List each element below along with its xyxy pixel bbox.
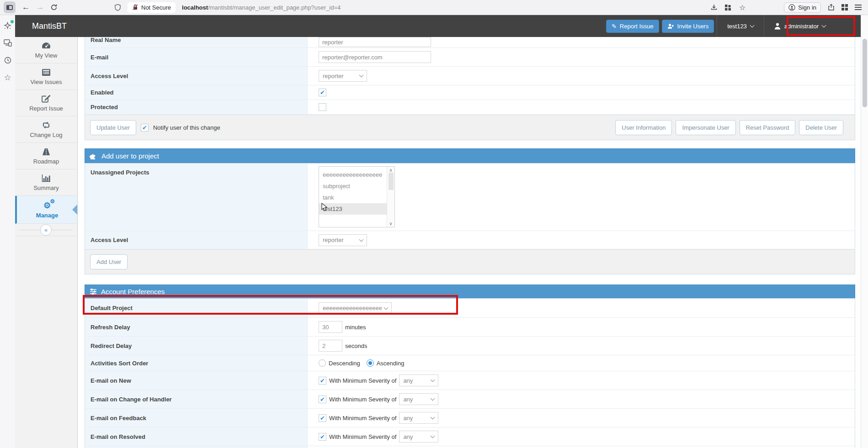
severity-value: any: [403, 377, 413, 384]
synced-tabs-icon[interactable]: [4, 39, 12, 47]
sliders-icon: [90, 288, 97, 295]
reload-button[interactable]: [50, 4, 58, 11]
protected-row: Protected: [85, 100, 855, 115]
delete-user-button[interactable]: Delete User: [799, 120, 843, 135]
add-user-to-project-header: Add user to project: [85, 148, 855, 163]
refresh-delay-unit: minutes: [345, 324, 366, 331]
sidebar-toggle-icon: [6, 5, 13, 10]
site-security-badge[interactable]: Not Secure: [128, 2, 176, 13]
user-information-button[interactable]: User Information: [615, 120, 672, 135]
forward-button[interactable]: →: [36, 3, 44, 12]
back-button[interactable]: ←: [22, 3, 30, 12]
project-access-level-select[interactable]: reporter: [319, 234, 367, 246]
url-bar[interactable]: localhost/mantisbt/manage_user_edit_page…: [182, 4, 341, 11]
default-project-row: Default Project eeeeeeeeeeeeeeeeeee: [85, 299, 855, 318]
sidebar-item-change-log[interactable]: Change Log: [15, 116, 77, 143]
redirect-delay-row: Redirect Delay seconds: [85, 337, 855, 355]
severity-select[interactable]: any: [399, 393, 438, 405]
redirect-delay-unit: seconds: [345, 343, 367, 349]
page-scrollbar-thumb[interactable]: [863, 39, 867, 107]
project-option[interactable]: tank: [319, 192, 387, 203]
add-user-to-project-section: Add user to project Unassigned Projects …: [85, 148, 855, 274]
history-clock-icon[interactable]: [4, 56, 12, 64]
email-on-resolved-row: E-mail on Resolved With Minimum Severity…: [85, 427, 855, 446]
pencil-square-icon: ✎: [612, 23, 617, 30]
account-preferences-title: Account Preferences: [101, 288, 165, 295]
ai-chat-icon[interactable]: [4, 21, 12, 30]
account-preferences-header: Account Preferences: [85, 285, 855, 298]
downloads-icon[interactable]: [710, 4, 718, 11]
extensions-icon[interactable]: [724, 4, 731, 11]
ascending-radio[interactable]: [367, 359, 374, 367]
severity-select[interactable]: any: [399, 374, 438, 386]
default-project-label: Default Project: [85, 299, 308, 317]
protected-checkbox[interactable]: [319, 103, 326, 111]
severity-select[interactable]: any: [399, 412, 438, 424]
descending-radio[interactable]: [319, 359, 326, 367]
permissions-shield-icon[interactable]: [114, 4, 121, 11]
real-name-input[interactable]: [319, 37, 431, 47]
user-plus-icon: [667, 23, 674, 29]
sidebar-item-roadmap[interactable]: Roadmap: [15, 143, 77, 169]
sidebar-item-manage[interactable]: ⚙⚙ Manage: [15, 196, 77, 224]
notify-user-checkbox[interactable]: [141, 124, 149, 132]
bookmarks-star-icon[interactable]: ☆: [4, 74, 12, 82]
report-issue-label: Report Issue: [620, 23, 654, 30]
redirect-delay-label: Redirect Delay: [85, 337, 308, 355]
page-scrollbar[interactable]: [861, 15, 868, 448]
email-on-new-checkbox[interactable]: [319, 377, 326, 385]
add-user-button[interactable]: Add User: [90, 254, 128, 269]
default-project-select[interactable]: eeeeeeeeeeeeeeeeeee: [319, 302, 392, 314]
enabled-label: Enabled: [85, 85, 308, 100]
url-path: /mantisbt/manage_user_edit_page.php?user…: [208, 4, 341, 11]
email-input[interactable]: [319, 51, 431, 63]
scroll-up-icon[interactable]: ∧: [389, 168, 392, 173]
main-content: Real Name E-mail Access Level reporter: [78, 37, 861, 448]
brand-logo[interactable]: MantisBT: [32, 21, 67, 31]
redirect-delay-input[interactable]: [319, 340, 342, 352]
descending-label: Descending: [329, 360, 360, 367]
menu-hamburger-icon[interactable]: [855, 5, 862, 10]
invite-users-button[interactable]: Invite Users: [662, 20, 714, 33]
scrollbar-thumb[interactable]: [389, 173, 394, 190]
unassigned-projects-listbox[interactable]: eeeeeeeeeeeeeeeeee subproject tank test1…: [319, 166, 395, 227]
enabled-checkbox[interactable]: [319, 89, 326, 96]
sidebar-label: Summary: [33, 184, 59, 191]
mantisbt-app: MantisBT ✎ Report Issue Invite Users tes…: [15, 15, 861, 448]
severity-label: With Minimum Severity of: [329, 396, 396, 403]
sidebar-item-view-issues[interactable]: View Issues: [15, 63, 77, 90]
project-selector[interactable]: test123: [717, 15, 764, 37]
refresh-delay-input[interactable]: [319, 321, 342, 333]
project-option[interactable]: eeeeeeeeeeeeeeeeee: [319, 169, 387, 180]
bookmark-star-icon[interactable]: ☆: [738, 3, 746, 11]
sidebar-item-summary[interactable]: Summary: [15, 169, 77, 196]
unassigned-projects-label: Unassigned Projects: [85, 163, 308, 231]
email-on-resolved-checkbox[interactable]: [319, 433, 326, 441]
refresh-delay-row: Refresh Delay minutes: [85, 318, 855, 337]
reset-password-button[interactable]: Reset Password: [740, 120, 796, 135]
browser-sign-in-button[interactable]: Sign in: [784, 2, 821, 13]
sidebar-collapse-button[interactable]: «: [40, 224, 52, 236]
severity-select[interactable]: any: [399, 431, 438, 443]
listbox-scrollbar[interactable]: ∧ ∨: [387, 167, 394, 227]
access-level-select[interactable]: reporter: [319, 70, 367, 82]
email-on-change-handler-checkbox[interactable]: [319, 395, 326, 403]
bar-chart-icon: [42, 174, 51, 183]
project-option-hovered[interactable]: test123: [319, 203, 387, 215]
user-menu[interactable]: administrator: [764, 15, 836, 37]
chevron-down-icon: [431, 396, 435, 401]
impersonate-user-button[interactable]: Impersonate User: [676, 120, 735, 135]
project-option[interactable]: subproject: [319, 180, 387, 192]
email-on-feedback-checkbox[interactable]: [319, 414, 326, 422]
email-on-feedback-label: E-mail on Feedback: [85, 409, 308, 427]
sidebar-item-report-issue[interactable]: Report Issue: [15, 90, 77, 116]
share-icon[interactable]: [828, 4, 835, 11]
browser-sidebar-toggle[interactable]: [4, 1, 16, 13]
report-issue-button[interactable]: ✎ Report Issue: [606, 20, 659, 33]
access-level-row: Access Level reporter: [85, 67, 855, 85]
apps-grid-icon[interactable]: [841, 4, 848, 11]
scroll-down-icon[interactable]: ∨: [389, 221, 392, 226]
sidebar-item-my-view[interactable]: My View: [15, 37, 77, 63]
road-icon: [41, 147, 51, 156]
update-user-button[interactable]: Update User: [90, 120, 136, 135]
